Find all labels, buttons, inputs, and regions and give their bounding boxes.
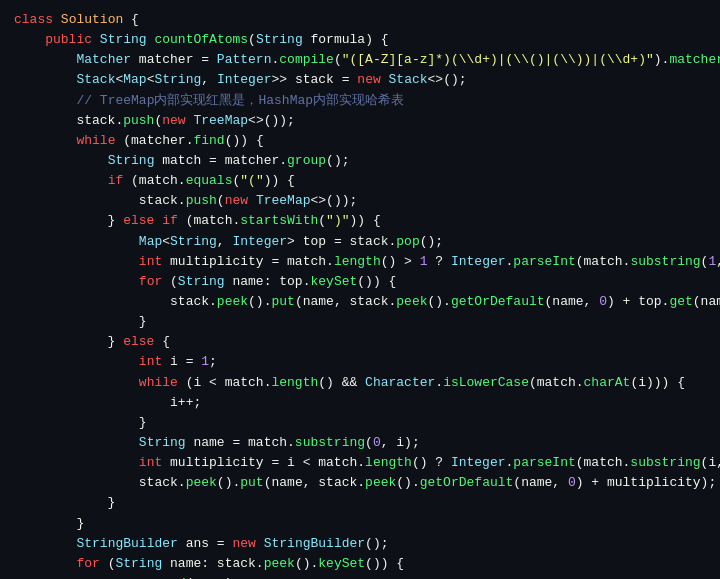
line-12: } else if (match.startsWith(")")) { [14,211,706,231]
line-20: while (i < match.length() && Character.i… [14,373,706,393]
line-1: class Solution { [14,10,706,30]
line-27: } [14,514,706,534]
line-24: int multiplicity = i < match.length() ? … [14,453,706,473]
code-editor: class Solution { public String countOfAt… [0,0,720,579]
line-17: } [14,312,706,332]
line-11: stack.push(new TreeMap<>()); [14,191,706,211]
line-6: stack.push(new TreeMap<>()); [14,111,706,131]
line-9: String match = matcher.group(); [14,151,706,171]
line-26: } [14,493,706,513]
line-3: Matcher matcher = Pattern.compile("([A-Z… [14,50,706,70]
line-31: ans.append(name); [14,574,706,579]
line-13: Map<String, Integer> top = stack.pop(); [14,232,706,252]
line-29: StringBuilder ans = new StringBuilder(); [14,534,706,554]
line-8: while (matcher.find()) { [14,131,706,151]
line-15: for (String name: top.keySet()) { [14,272,706,292]
line-19: int i = 1; [14,352,706,372]
line-22: } [14,413,706,433]
line-4: Stack<Map<String, Integer>> stack = new … [14,70,706,90]
line-25: stack.peek().put(name, stack.peek().getO… [14,473,706,493]
line-10: if (match.equals("(")) { [14,171,706,191]
line-23: String name = match.substring(0, i); [14,433,706,453]
line-21: i++; [14,393,706,413]
line-14: int multiplicity = match.length() > 1 ? … [14,252,706,272]
line-2: public String countOfAtoms(String formul… [14,30,706,50]
line-18: } else { [14,332,706,352]
line-16: stack.peek().put(name, stack.peek().getO… [14,292,706,312]
line-30: for (String name: stack.peek().keySet())… [14,554,706,574]
line-5: // TreeMap内部实现红黑是，HashMap内部实现哈希表 [14,91,706,111]
